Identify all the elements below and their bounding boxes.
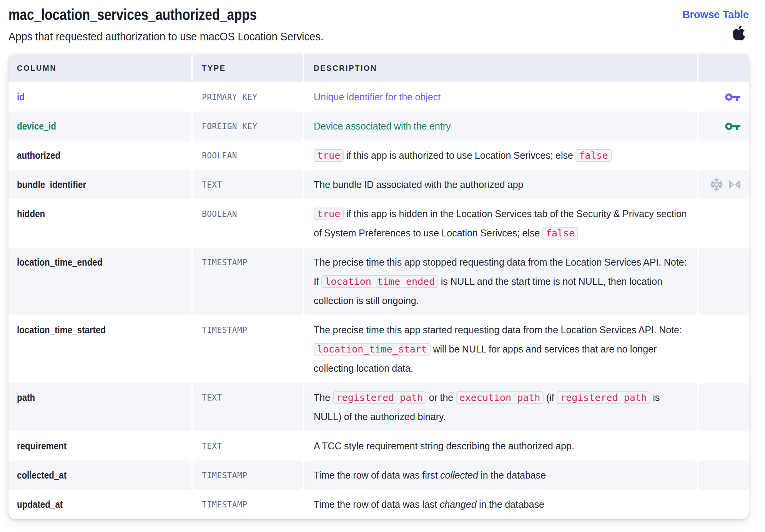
table-row: collected_atTIMESTAMPTime the row of dat…	[8, 461, 749, 490]
column-type: TEXT	[202, 180, 222, 190]
column-type: TIMESTAMP	[202, 471, 247, 480]
description-text: (if	[544, 392, 557, 403]
column-description: true if this app is authorized to use Lo…	[314, 146, 688, 165]
page-subtitle: Apps that requested authorization to use…	[8, 31, 323, 42]
description-text: The	[314, 392, 333, 403]
header-description: DESCRIPTION	[314, 64, 377, 73]
column-type: FOREIGN KEY	[202, 122, 258, 131]
apple-icon	[733, 26, 745, 41]
column-name: bundle_identifier	[17, 175, 86, 194]
snowflake-icon	[710, 178, 723, 191]
column-name: requirement	[17, 436, 67, 456]
description-text: Device associated with the entry	[314, 121, 451, 131]
column-description: The registered_path or the execution_pat…	[314, 388, 688, 426]
header-column: COLUMN	[17, 64, 57, 73]
description-text: if this app is hidden in the Location Se…	[314, 208, 687, 238]
description-text: Time the row of data was first	[314, 470, 440, 480]
page-title: mac_location_services_authorized_apps	[8, 7, 257, 23]
description-text: in the database	[477, 499, 544, 510]
description-text: Unique identifier for the object	[314, 91, 441, 102]
code-token: false	[542, 227, 578, 239]
header-type: TYPE	[202, 64, 226, 73]
column-description: true if this app is hidden in the Locati…	[314, 204, 688, 243]
column-description[interactable]: Unique identifier for the object	[314, 87, 688, 106]
primary-key-icon	[725, 93, 741, 101]
browse-table-link[interactable]: Browse Table	[682, 9, 749, 20]
code-token: true	[314, 149, 344, 162]
table-row: pathTEXTThe registered_path or the execu…	[8, 383, 749, 431]
column-description: The bundle ID associated with the author…	[314, 175, 688, 194]
description-text: in the database	[478, 470, 546, 480]
column-type: TIMESTAMP	[202, 326, 247, 335]
code-token: registered_path	[557, 391, 650, 404]
column-name: collected_at	[17, 466, 67, 485]
code-token: location_time_ended	[321, 275, 438, 288]
table-row: location_time_startedTIMESTAMPThe precis…	[8, 315, 749, 383]
column-description[interactable]: Device associated with the entry	[314, 116, 688, 136]
schema-table: COLUMN TYPE DESCRIPTION idPRIMARY KEYUni…	[8, 54, 749, 519]
column-type: TEXT	[202, 393, 222, 402]
column-type: TIMESTAMP	[202, 258, 247, 267]
code-token: true	[314, 208, 344, 220]
column-type: BOOLEAN	[202, 151, 237, 160]
description-text: or the	[426, 392, 456, 403]
table-row: location_time_endedTIMESTAMPThe precise …	[8, 248, 749, 315]
column-type: BOOLEAN	[202, 209, 237, 219]
column-name: updated_at	[17, 495, 63, 514]
table-row: device_idFOREIGN KEYDevice associated wi…	[8, 111, 749, 141]
column-name[interactable]: device_id	[17, 116, 56, 136]
description-text: Time the row of data was last	[314, 499, 440, 510]
emphasis-text: changed	[440, 499, 477, 510]
code-token: location_time_start	[314, 343, 431, 356]
table-body: idPRIMARY KEYUnique identifier for the o…	[8, 82, 749, 519]
table-row: updated_atTIMESTAMPTime the row of data …	[8, 490, 749, 519]
code-token: false	[575, 149, 611, 162]
column-name: path	[17, 388, 35, 407]
table-row: idPRIMARY KEYUnique identifier for the o…	[8, 82, 749, 111]
table-header-row: COLUMN TYPE DESCRIPTION	[8, 54, 749, 82]
column-type: TEXT	[202, 442, 222, 451]
column-type: PRIMARY KEY	[202, 93, 258, 102]
table-row: bundle_identifierTEXTThe bundle ID assoc…	[8, 170, 749, 199]
column-description: Time the row of data was last changed in…	[314, 495, 688, 514]
description-text: A TCC style requirement string describin…	[314, 441, 574, 451]
column-type: TIMESTAMP	[202, 500, 247, 509]
table-row: hiddenBOOLEANtrue if this app is hidden …	[8, 199, 749, 248]
column-name: hidden	[17, 204, 45, 223]
column-name: authorized	[17, 146, 60, 165]
column-description: The precise time this app stopped reques…	[314, 253, 688, 310]
column-description: The precise time this app started reques…	[314, 320, 688, 378]
column-name: location_time_started	[17, 320, 106, 339]
join-icon	[728, 180, 741, 190]
description-text: if this app is authorized to use Locatio…	[344, 150, 575, 161]
foreign-key-icon	[725, 122, 741, 130]
table-row: authorizedBOOLEANtrue if this app is aut…	[8, 141, 749, 170]
code-token: execution_path	[456, 391, 544, 404]
description-text: The precise time this app started reques…	[314, 324, 682, 335]
code-token: registered_path	[333, 391, 427, 404]
table-row: requirementTEXTA TCC style requirement s…	[8, 431, 749, 461]
column-name: location_time_ended	[17, 253, 102, 272]
column-name[interactable]: id	[17, 87, 25, 106]
column-description: Time the row of data was first collected…	[314, 466, 688, 485]
emphasis-text: collected	[440, 470, 478, 480]
column-description: A TCC style requirement string describin…	[314, 436, 688, 456]
description-text: The bundle ID associated with the author…	[314, 179, 523, 190]
